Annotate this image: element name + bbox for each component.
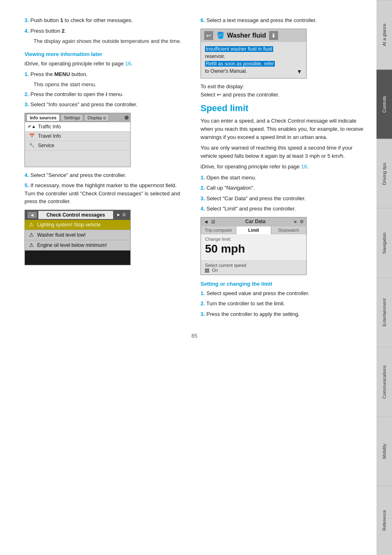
sidebar-tab-driving-tips[interactable]: Driving tips [376,139,392,208]
step-s2-text: Turn the controller to set the limit. [206,300,285,307]
toolbar-info-sources[interactable]: Info sources [27,114,60,121]
cardata-on-checkbox[interactable] [205,269,209,273]
check-label-oil: Engine oil level below minimum! [37,242,107,248]
check-row-lighting: ⚠ Lighting system! Stop vehicle [25,220,130,230]
cardata-change-label: Change limit: [205,237,302,242]
step-l3: 3. Select "Info sources" and press the c… [24,101,188,109]
check-control-title: Check Control messages [38,211,113,219]
sidebar: At a glance Controls Driving tips Naviga… [376,0,392,555]
travel-label: Travel Info [38,133,61,139]
step-4-text: Press button 2. [30,28,66,34]
sidebar-tab-entertainment[interactable]: Entertainment [376,278,392,347]
step-l3-text: Select "Info sources" and press the cont… [30,101,137,107]
washer-title: Washer fluid [227,32,266,39]
step-num-r2: 2. [200,185,205,191]
tab-trip-computer[interactable]: Trip computer [201,226,236,234]
service-icon: 🔧 [28,143,36,148]
warn-icon-2: ⚠ [28,232,35,238]
left-column: 3. Push button 1 to check for other mess… [24,16,188,320]
travel-icon: 📅 [28,133,36,139]
traffic-icon: ✔▲ [28,124,36,130]
step-num-s1: 1. [200,290,205,296]
step-r6-text: Select a text message and press the cont… [206,17,316,23]
cardata-checkbox-row: On [205,268,302,273]
washer-highlight-text: Insufficient washer fluid in fluid [205,46,273,52]
tab-stopwatch[interactable]: Stopwatch [271,226,306,234]
check-row-oil: ⚠ Engine oil level below minimum! [25,240,130,251]
step-l2-text: Press the controller to open the i menu. [30,91,123,97]
step-num-r4: 4. [200,206,205,212]
sidebar-tab-navigation[interactable]: Navigation [376,208,392,278]
step-num-l5: 5. [24,182,29,188]
speed-limit-heading: Speed limit [200,103,364,114]
main-content: 3. Push button 1 to check for other mess… [0,0,376,555]
step-l1: 1. Press the MENU button. [24,70,188,78]
warn-icon-3: ⚠ [28,242,35,248]
washer-back-btn[interactable]: ↩ [204,31,213,40]
idrive-ref-left: iDrive, for operating principle refer to… [24,60,188,68]
washer-body: Insufficient washer fluid in fluid reser… [201,42,306,78]
step-r2: 2. Call up "Navigation". [200,184,364,192]
step-l4: 4. Select "Service" and press the contro… [24,171,188,179]
toolbar-settings[interactable]: Settings [60,114,83,121]
step-l1-sub: This opens the start menu. [24,81,188,89]
step-r4: 4. Select "Limit" and press the controll… [200,205,364,213]
idrive-ref-right: iDrive, for operating principle refer to… [200,163,364,171]
step-l4-text: Select "Service" and press the controlle… [30,172,126,178]
step-num-r6: 6. [200,17,205,23]
right-column: 6. Select a text message and press the c… [200,16,364,320]
cardata-speed-value: 50 mph [205,242,302,255]
check-nav: ► ① [115,211,128,218]
washer-fluid-screen: ↩ 🪣 Washer fluid ⬇ Insufficient washer f… [200,29,307,78]
cardata-title: Car Data [219,219,292,224]
service-label: Service [38,143,54,148]
step-4: 4. Press button 2. [24,27,188,35]
check-label-washer: Washer fluid level low! [37,232,86,238]
washer-highlight-text2: Refill as soon as possible, refer [205,61,275,67]
step-4-sub: The display again shows the outside temp… [24,37,188,45]
check-prev-btn[interactable]: ◄ [27,212,37,218]
step-num-r1: 1. [200,175,205,181]
tab-limit[interactable]: Limit [236,226,271,234]
car-data-screen: ◄ 🖥 Car Data ► ⚙ Trip computer Limit Sto… [200,217,307,275]
step-s3-text: Press the controller to apply the settin… [206,311,299,317]
washer-dl-btn[interactable]: ⬇ [269,31,278,40]
check-row-washer: ⚠ Washer fluid level low! [25,230,130,240]
step-num-s2: 2. [200,300,205,307]
step-l1-text: Press the MENU button. [30,71,87,77]
cardata-next: ► [294,219,298,224]
step-num-l1: 1. [24,71,29,77]
speed-limit-para2: You are only warned of reaching this spe… [200,144,364,160]
step-num-r3: 3. [200,195,205,201]
check-toolbar: ◄ Check Control messages ► ① [25,210,130,220]
step-num-4: 4. [24,28,29,34]
washer-header: ↩ 🪣 Washer fluid ⬇ [201,29,306,42]
cardata-settings-icon[interactable]: ⚙ [300,219,304,224]
cardata-footer: Select current speed On [201,260,306,275]
step-r4-text: Select "Limit" and press the controller. [206,206,296,212]
toolbar-display[interactable]: Display o [84,114,109,121]
step-l2: 2. Press the controller to open the i me… [24,90,188,98]
step-l5: 5. If necessary, move the highlight mark… [24,181,188,206]
check-label-lighting: Lighting system! Stop vehicle [37,222,100,228]
cardata-current-speed-label: Select current speed [205,263,302,268]
step-3: 3. Push button 1 to check for other mess… [24,16,188,25]
screen-row-travel: 📅 Travel Info [25,132,130,141]
step-num-l3: 3. [24,101,29,107]
exit-text: To exit the display: Select ↩ and press … [200,83,364,99]
sidebar-tab-mobility[interactable]: Mobility [376,416,392,486]
step-3-text: Push button 1 to check for other message… [30,17,133,23]
cardata-prev-btn[interactable]: ◄ [203,219,209,225]
setting-limit-heading: Setting or changing the limit [200,281,364,287]
cardata-icon: 🖥 [210,219,216,225]
step-s1-text: Select speed value and press the control… [206,290,309,296]
washer-icon: 🪣 [216,31,225,39]
sidebar-tab-controls[interactable]: Controls [376,69,392,139]
cardata-on-label: On [212,268,218,273]
step-num-l2: 2. [24,91,29,97]
sidebar-tab-reference[interactable]: Reference [376,486,392,555]
sidebar-tabs: At a glance Controls Driving tips Naviga… [376,0,392,555]
step-r3: 3. Select "Car Data" and press the contr… [200,195,364,203]
sidebar-tab-at-a-glance[interactable]: At a glance [376,0,392,69]
sidebar-tab-communications[interactable]: Communications [376,347,392,416]
